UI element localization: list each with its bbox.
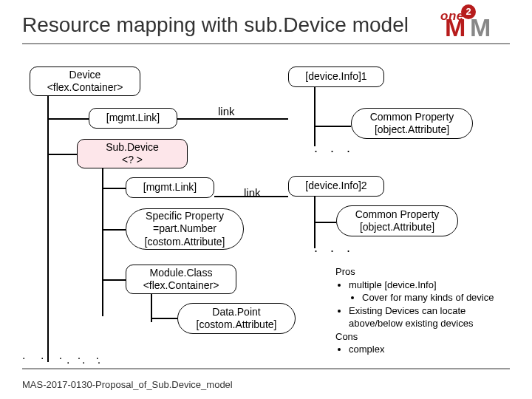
- node-mgmt-link-1-text: [mgmt.Link]: [94, 112, 172, 125]
- common-prop-2-line1: Common Property: [341, 208, 453, 222]
- module-line1: Module.Class: [131, 267, 231, 280]
- common-prop-1-line1: Common Property: [356, 111, 468, 124]
- pros-cons-box: Pros multiple [device.Info] Cover for ma…: [335, 265, 513, 356]
- pros-item-1: multiple [device.Info] Cover for many ki…: [349, 279, 513, 304]
- node-specific-property: Specific Property =part.Number [costom.A…: [126, 208, 244, 250]
- node-device-info-1: [device.Info]1: [288, 66, 384, 87]
- datapoint-line2: [costom.Attribute]: [183, 318, 290, 332]
- logo-m-grey: M: [470, 15, 491, 40]
- devinfo1-trunk: [314, 87, 316, 146]
- title-underline: [22, 43, 510, 44]
- specific-line1: Specific Property: [131, 210, 239, 223]
- node-device-info-1-text: [device.Info]1: [293, 70, 379, 83]
- diagram-canvas: Device <flex.Container> [mgmt.Link] link…: [22, 66, 510, 362]
- link-label-2: link: [244, 186, 261, 199]
- dots-devinfo2: . . .: [314, 240, 355, 256]
- sub-device-line2: <? >: [82, 154, 183, 167]
- sub-trunk: [102, 168, 103, 316]
- node-mgmt-link-2: [mgmt.Link]: [126, 177, 214, 198]
- branch-mgmt1: [47, 118, 89, 120]
- pros-item-2: Existing Devices can locate above/below …: [349, 304, 513, 330]
- devinfo2-branch: [314, 222, 336, 223]
- branch-specific: [102, 229, 126, 231]
- node-mgmt-link-1: [mgmt.Link]: [89, 108, 177, 129]
- cons-item-1: complex: [349, 343, 513, 356]
- node-device: Device <flex.Container>: [30, 66, 140, 96]
- specific-line2: =part.Number: [131, 222, 239, 236]
- devinfo1-branch: [314, 126, 351, 127]
- branch-datapoint: [151, 318, 177, 319]
- common-prop-1-line2: [object.Attribute]: [356, 123, 468, 137]
- node-device-info-2: [device.Info]2: [288, 176, 384, 197]
- module-line2: <flex.Container>: [131, 279, 231, 293]
- node-mgmt-link-2-text: [mgmt.Link]: [131, 181, 209, 194]
- tree-trunk: [47, 89, 49, 362]
- branch-module: [102, 279, 126, 281]
- footer-rule: [22, 368, 510, 369]
- datapoint-line1: Data.Point: [183, 306, 290, 319]
- node-module-class: Module.Class <flex.Container>: [126, 265, 236, 294]
- sub-device-line1: Sub.Device: [82, 141, 183, 154]
- dots-devinfo1: . . .: [314, 140, 355, 156]
- node-device-line2: <flex.Container>: [35, 81, 135, 95]
- logo-m-red: M: [445, 15, 466, 40]
- footer-text: MAS-2017-0130-Proposal_of_Sub.Device_mod…: [22, 379, 233, 390]
- bottom-dots-2: . . .: [66, 353, 105, 366]
- node-data-point: Data.Point [costom.Attribute]: [177, 303, 296, 334]
- cons-header: Cons: [335, 330, 513, 344]
- link-line-1: [177, 118, 288, 120]
- branch-subdevice: [47, 154, 77, 155]
- specific-line3: [costom.Attribute]: [131, 236, 239, 249]
- node-sub-device: Sub.Device <? >: [77, 139, 188, 168]
- pros-item-1a: Cover for many kinds of device: [362, 291, 513, 304]
- node-common-property-1: Common Property [object.Attribute]: [351, 108, 473, 139]
- branch-mgmt2: [102, 188, 126, 189]
- pros-item-1-text: multiple [device.Info]: [349, 279, 437, 290]
- pros-header: Pros: [335, 265, 513, 279]
- node-device-info-2-text: [device.Info]2: [293, 180, 379, 193]
- slide-title: Resource mapping with sub.Device model: [22, 13, 510, 37]
- node-device-line1: Device: [35, 69, 135, 82]
- node-common-property-2: Common Property [object.Attribute]: [336, 205, 458, 236]
- onem2m-logo: one 2 M M: [440, 6, 514, 43]
- link-label-1: link: [218, 105, 235, 117]
- common-prop-2-line2: [object.Attribute]: [341, 221, 453, 234]
